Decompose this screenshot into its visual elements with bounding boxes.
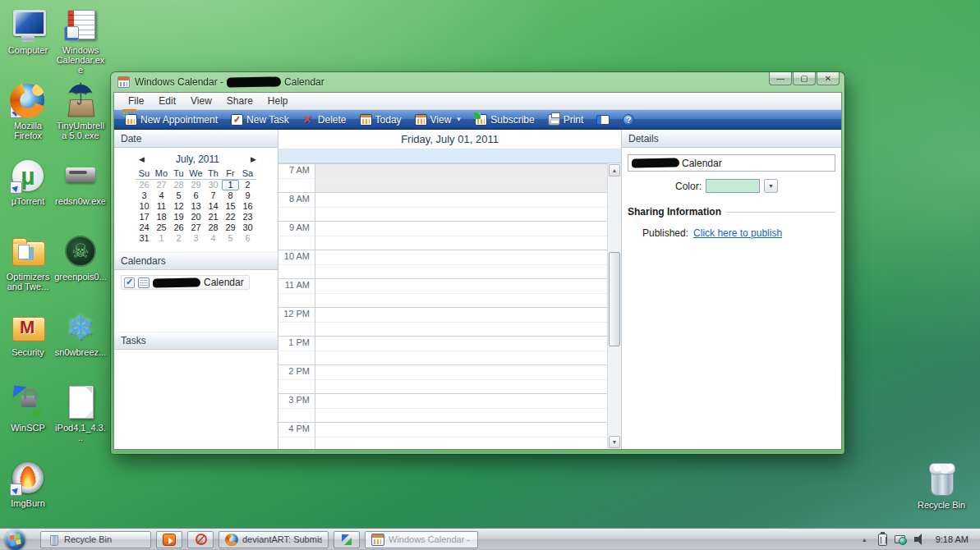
mini-calendar-day[interactable]: 31 [136,233,153,244]
mini-calendar-day[interactable]: 8 [222,190,239,201]
mini-calendar-day[interactable]: 18 [153,212,170,222]
view-dropdown-arrow-icon[interactable]: ▼ [455,116,462,123]
mini-calendar-day[interactable]: 7 [205,190,222,201]
menu-item-help[interactable]: Help [260,94,296,108]
time-slot[interactable] [315,279,607,307]
taskbar-button-blocked-app[interactable] [187,531,214,548]
desktop-icon-mozilla-firefox[interactable]: Mozilla Firefox [2,79,54,154]
help-button[interactable]: ? [617,112,640,127]
taskbar-button-winscp[interactable] [334,531,360,548]
vertical-scrollbar[interactable]: ▲ ▼ [607,163,621,449]
close-button[interactable]: ✕ [817,72,840,85]
time-slot[interactable] [315,337,607,364]
mini-calendar-day[interactable]: 29 [222,222,239,233]
menu-item-view[interactable]: View [183,94,219,108]
delete-button[interactable]: Delete [297,112,352,127]
calendar-name-input[interactable]: Calendar [628,154,835,172]
mini-calendar-day[interactable]: 30 [239,222,256,233]
scroll-down-arrow-icon[interactable]: ▼ [609,436,620,448]
publish-link[interactable]: Click here to publish [693,227,782,239]
mini-calendar-day[interactable]: 20 [187,212,205,222]
mini-calendar-day[interactable]: 11 [153,201,170,212]
mini-calendar-day[interactable]: 27 [187,222,205,233]
time-slot[interactable] [315,394,607,422]
subscribe-button[interactable]: Subscribe [469,112,540,127]
mini-calendar-day[interactable]: 5 [222,233,239,244]
mini-calendar-day[interactable]: 23 [239,212,256,222]
mini-calendar-day[interactable]: 16 [239,201,256,212]
mini-calendar-day[interactable]: 30 [205,180,222,190]
desktop-icon-recycle-bin[interactable]: Recycle Bin [913,458,970,510]
desktop-icon-computer[interactable]: Computer [2,3,54,79]
mini-calendar-day[interactable]: 26 [136,180,153,190]
time-slot[interactable] [315,423,607,449]
calendar-list-item[interactable]: Calendar [121,275,250,290]
desktop-icon-utorrent[interactable]: µTorrent [2,154,54,230]
time-slot[interactable] [315,193,607,221]
scrollbar-thumb[interactable] [609,252,620,346]
color-swatch[interactable] [706,179,760,193]
desktop-icon-winscp[interactable]: WinSCP [2,381,54,456]
desktop-icon-sn0wbreeze[interactable]: sn0wbreez... [54,305,107,381]
desktop-icon-imgburn[interactable]: ImgBurn [2,456,54,532]
mini-calendar-selected-day[interactable]: 1 [222,180,239,190]
mini-calendar-day[interactable]: 22 [222,212,239,222]
mini-calendar-day[interactable]: 14 [205,201,222,212]
prev-month-arrow-icon[interactable]: ◀ [139,155,145,163]
taskbar-button-deviantart[interactable]: deviantART: Submiss... [219,531,329,548]
mini-calendar-day[interactable]: 26 [170,222,187,233]
mini-calendar-day[interactable]: 4 [205,233,222,244]
desktop-icon-windows-calendar-exe[interactable]: Windows Calendar.exe [54,3,107,79]
battery-icon[interactable] [878,534,887,546]
desktop-icon-ipod-firmware[interactable]: iPod4,1_4.3... [54,381,107,456]
time-slot[interactable] [315,365,607,393]
mini-calendar-day[interactable]: 4 [153,190,170,201]
start-button[interactable] [5,529,25,550]
mini-calendar-day[interactable]: 17 [136,212,153,222]
mini-calendar-day[interactable]: 19 [170,212,187,222]
new-task-button[interactable]: New Task [225,112,295,127]
mini-calendar-day[interactable]: 13 [187,201,205,212]
mini-calendar-day[interactable]: 21 [205,212,222,222]
mini-calendar-day[interactable]: 6 [239,233,256,244]
tasks-list[interactable] [114,350,278,449]
minimize-button[interactable]: — [769,72,792,85]
mini-calendar-day[interactable]: 27 [153,180,170,190]
print-button[interactable]: Print [542,112,590,127]
mini-calendar-day[interactable]: 24 [136,222,153,233]
menu-item-file[interactable]: File [121,94,151,108]
taskbar-button-recycle-bin[interactable]: Recycle Bin [40,531,151,548]
desktop-icon-greenpois0n[interactable]: greenpois0... [54,230,107,305]
menu-item-share[interactable]: Share [219,94,260,108]
mini-calendar-day[interactable]: 28 [205,222,222,233]
mini-calendar-day[interactable]: 6 [187,190,205,201]
all-day-events-band[interactable] [278,149,621,163]
menu-item-edit[interactable]: Edit [151,94,183,108]
speaker-icon[interactable] [914,534,927,545]
clock[interactable]: 9:18 AM [934,534,968,544]
desktop-icon-tinyumbrella[interactable]: TinyUmbrella 5.0.exe [54,79,107,154]
new-appointment-button[interactable]: New Appointment [119,112,223,127]
desktop-icon-optimizers-folder[interactable]: Optimizers and Twe... [2,230,54,305]
mini-calendar-day[interactable]: 29 [187,180,205,190]
titlebar[interactable]: Windows Calendar - Calendar — ▢ ✕ [111,72,844,92]
mini-calendar-day[interactable]: 3 [187,233,205,244]
color-dropdown-arrow-icon[interactable]: ▼ [764,179,778,193]
mini-calendar-day[interactable]: 2 [170,233,187,244]
scroll-up-arrow-icon[interactable]: ▲ [609,164,620,176]
mini-calendar-day[interactable]: 28 [170,180,187,190]
mini-calendar-day[interactable]: 15 [222,201,239,212]
calendar-checkbox[interactable] [124,277,135,288]
details-card-button[interactable] [591,112,615,126]
mini-calendar-day[interactable]: 9 [239,190,256,201]
mini-calendar-day[interactable]: 5 [170,190,187,201]
mini-calendar-day[interactable]: 3 [136,190,153,201]
taskbar-button-windows-calendar[interactable]: Windows Calendar - ... [365,531,478,548]
mini-calendar-day[interactable]: 25 [153,222,170,233]
taskbar-button-media-player[interactable] [156,531,182,548]
time-slot[interactable] [315,164,607,192]
mini-calendar-day[interactable]: 2 [239,180,256,190]
desktop-icon-security-folder[interactable]: Security [2,305,54,381]
time-slot[interactable] [315,250,607,278]
next-month-arrow-icon[interactable]: ▶ [251,155,256,163]
